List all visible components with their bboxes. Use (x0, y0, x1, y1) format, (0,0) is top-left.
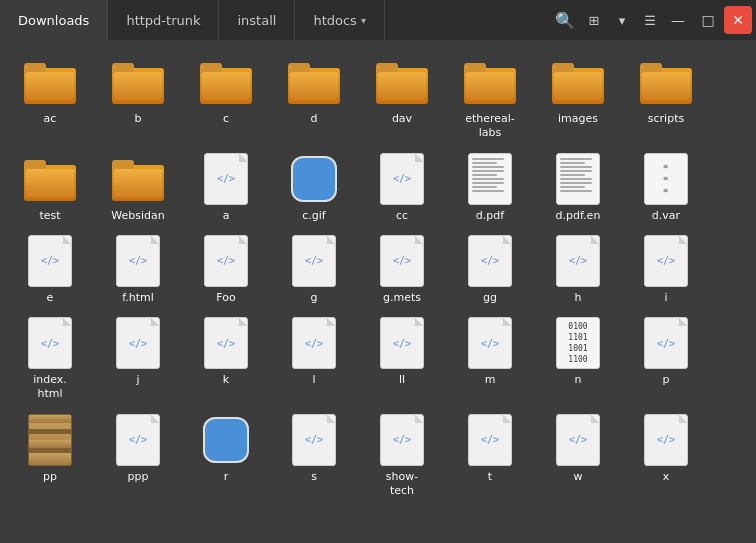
file-item-s[interactable]: </> s (270, 408, 358, 505)
file-item-l[interactable]: </> l (270, 311, 358, 408)
code-file-icon: </> (288, 317, 340, 369)
file-label: p (663, 373, 670, 386)
file-item-foo[interactable]: </> Foo (182, 229, 270, 311)
file-item-d_pdf[interactable]: d.pdf (446, 147, 534, 229)
code-file-icon: </> (112, 235, 164, 287)
code-file-icon: </> (640, 235, 692, 287)
file-item-j[interactable]: </> j (94, 311, 182, 408)
icon-view-button[interactable]: ⊞ (580, 6, 608, 34)
file-item-g[interactable]: </> g (270, 229, 358, 311)
close-button[interactable]: ✕ (724, 6, 752, 34)
maximize-button[interactable]: □ (694, 6, 722, 34)
folder-icon (464, 56, 516, 108)
file-label: a (223, 209, 230, 222)
file-name: ll (399, 373, 405, 387)
file-item-r[interactable]: r (182, 408, 270, 505)
file-label: h (575, 291, 582, 304)
file-name: b (135, 112, 142, 126)
file-item-images[interactable]: images (534, 50, 622, 147)
file-label: html (37, 387, 62, 400)
menu-button[interactable]: ☰ (636, 6, 664, 34)
file-item-h[interactable]: </> h (534, 229, 622, 311)
file-item-gg[interactable]: </> gg (446, 229, 534, 311)
file-item-b[interactable]: b (94, 50, 182, 147)
code-file-icon: </> (112, 414, 164, 466)
file-name: k (223, 373, 229, 387)
file-label: s (311, 470, 317, 483)
list-view-button[interactable]: ▾ (608, 6, 636, 34)
file-item-k[interactable]: </> k (182, 311, 270, 408)
file-name: ppp (128, 470, 149, 484)
archive-file-icon (24, 414, 76, 466)
file-item-ll[interactable]: </> ll (358, 311, 446, 408)
file-item-c[interactable]: c (182, 50, 270, 147)
file-item-x[interactable]: </> x (622, 408, 710, 505)
file-name: c (223, 112, 229, 126)
file-item-w[interactable]: </> w (534, 408, 622, 505)
file-item-n[interactable]: 0100110110011100 n (534, 311, 622, 408)
folder-icon (552, 56, 604, 108)
file-item-d_var[interactable]: ≡≡≡ d.var (622, 147, 710, 229)
file-item-d[interactable]: d (270, 50, 358, 147)
file-label: ethereal- (465, 112, 515, 125)
code-file-icon: </> (376, 235, 428, 287)
file-label: m (485, 373, 496, 386)
folder-icon (112, 153, 164, 205)
file-item-show-tech[interactable]: </> show-tech (358, 408, 446, 505)
file-label: Websidan (111, 209, 164, 222)
code-file-icon: </> (288, 235, 340, 287)
code-file-icon: </> (464, 317, 516, 369)
file-label: dav (392, 112, 412, 125)
file-item-g_mets[interactable]: </> g.mets (358, 229, 446, 311)
file-item-e[interactable]: </> e (6, 229, 94, 311)
image-file-icon (200, 414, 252, 466)
folder-icon (24, 56, 76, 108)
file-label: ac (44, 112, 57, 125)
file-name: x (663, 470, 670, 484)
tab-httpd-trunk[interactable]: httpd-trunk (108, 0, 219, 40)
file-label: g (311, 291, 318, 304)
doc-file-icon (552, 153, 604, 205)
file-item-pp[interactable]: pp (6, 408, 94, 505)
folder-icon (200, 56, 252, 108)
file-label: index. (33, 373, 67, 386)
folder-icon (24, 153, 76, 205)
file-label: t (488, 470, 492, 483)
file-label: labs (479, 126, 502, 139)
file-label: d (311, 112, 318, 125)
folder-icon (376, 56, 428, 108)
file-item-t[interactable]: </> t (446, 408, 534, 505)
file-name: gg (483, 291, 497, 305)
file-item-cc[interactable]: </> cc (358, 147, 446, 229)
file-item-f_html[interactable]: </> f.html (94, 229, 182, 311)
file-item-scripts[interactable]: scripts (622, 50, 710, 147)
file-name: pp (43, 470, 57, 484)
file-item-ac[interactable]: ac (6, 50, 94, 147)
file-name: w (574, 470, 583, 484)
search-button[interactable]: 🔍 (550, 5, 580, 35)
tab-downloads[interactable]: Downloads (0, 0, 108, 40)
tab-htdocs[interactable]: htdocs ▾ (295, 0, 385, 40)
minimize-button[interactable]: — (664, 6, 692, 34)
file-item-a[interactable]: </> a (182, 147, 270, 229)
file-item-websidan[interactable]: Websidan (94, 147, 182, 229)
file-item-i[interactable]: </> i (622, 229, 710, 311)
file-name: t (488, 470, 492, 484)
file-name: c.gif (302, 209, 325, 223)
file-item-index_html[interactable]: </> index.html (6, 311, 94, 408)
file-item-c_gif[interactable]: c.gif (270, 147, 358, 229)
file-item-ppp[interactable]: </> ppp (94, 408, 182, 505)
file-name: d (311, 112, 318, 126)
file-item-m[interactable]: </> m (446, 311, 534, 408)
file-label: ll (399, 373, 405, 386)
file-label: Foo (216, 291, 235, 304)
file-item-ethereal-labs[interactable]: ethereal-labs (446, 50, 534, 147)
file-label: gg (483, 291, 497, 304)
file-item-test[interactable]: test (6, 147, 94, 229)
tab-install[interactable]: install (219, 0, 295, 40)
file-name: Foo (216, 291, 235, 305)
file-item-dav[interactable]: dav (358, 50, 446, 147)
file-item-p[interactable]: </> p (622, 311, 710, 408)
file-label: scripts (648, 112, 684, 125)
file-item-d_pdf_en[interactable]: d.pdf.en (534, 147, 622, 229)
